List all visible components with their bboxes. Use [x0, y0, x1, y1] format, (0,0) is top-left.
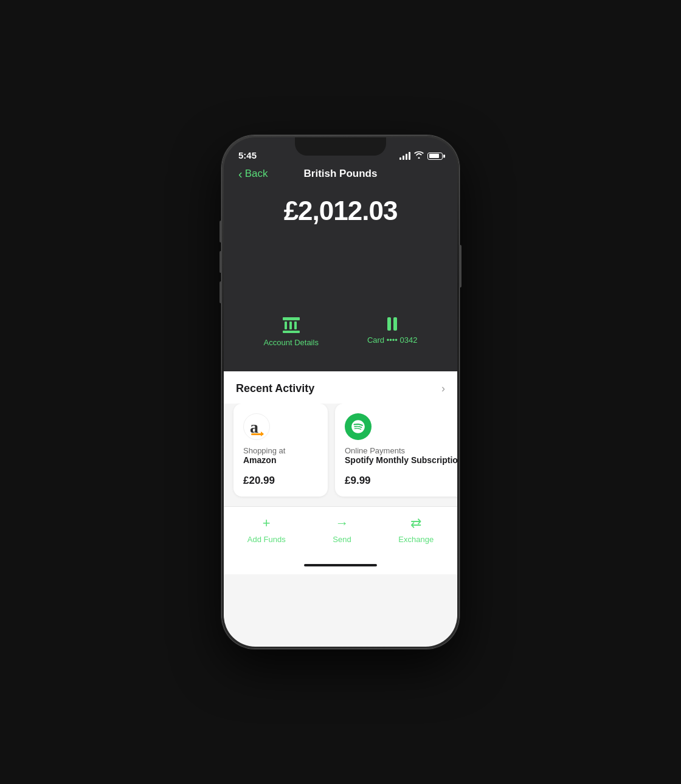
transaction-card-amazon[interactable]: a Shopping at Amazon £20.99 [233, 404, 328, 497]
battery-icon [427, 153, 443, 160]
transaction-details: Shopping at Amazon [243, 446, 318, 465]
card-visual-area [238, 226, 443, 311]
back-chevron-icon: ‹ [238, 168, 243, 180]
send-button[interactable]: → Send [333, 515, 351, 544]
home-bar [304, 564, 377, 566]
spotify-logo [345, 413, 372, 440]
battery-fill [429, 154, 439, 158]
status-icons [399, 151, 443, 160]
card-button[interactable]: Card •••• 0342 [367, 317, 418, 347]
notch [295, 137, 386, 156]
white-section: Recent Activity › a Shopping at Amazon [224, 371, 457, 647]
signal-icon [399, 152, 410, 160]
account-details-button[interactable]: Account Details [264, 317, 319, 347]
status-time: 5:45 [238, 150, 257, 160]
home-indicator [224, 556, 457, 574]
bottom-actions-bar: + Add Funds → Send ⇄ Exchange [224, 506, 457, 556]
transaction-amount: £20.99 [243, 475, 318, 487]
recent-activity-title: Recent Activity [236, 382, 314, 395]
transaction-details: Online Payments Spotify Monthly Subscrip… [345, 446, 457, 465]
account-details-label: Account Details [264, 338, 319, 347]
phone-screen: 5:45 [224, 137, 457, 647]
wifi-icon [414, 151, 424, 160]
nav-bar: ‹ Back British Pounds [238, 164, 443, 190]
send-label: Send [333, 535, 351, 544]
add-funds-icon: + [263, 515, 271, 531]
balance-display: £2,012.03 [238, 196, 443, 226]
exchange-button[interactable]: ⇄ Exchange [398, 515, 434, 544]
action-icons-row: Account Details Card •••• 0342 [238, 317, 443, 353]
card-icon [387, 317, 397, 331]
phone-frame: 5:45 [222, 136, 459, 648]
back-label: Back [245, 168, 268, 180]
back-button[interactable]: ‹ Back [238, 168, 268, 180]
exchange-label: Exchange [398, 535, 434, 544]
page-title: British Pounds [304, 168, 378, 180]
transaction-category: Shopping at [243, 446, 318, 455]
transactions-scroll: a Shopping at Amazon £20.99 [224, 404, 457, 506]
add-funds-label: Add Funds [247, 535, 286, 544]
recent-activity-header: Recent Activity › [224, 371, 457, 404]
recent-activity-chevron-icon[interactable]: › [441, 382, 445, 395]
add-funds-button[interactable]: + Add Funds [247, 515, 286, 544]
transaction-amount: £9.99 [345, 475, 457, 487]
dark-section: ‹ Back British Pounds £2,012.03 [224, 164, 457, 371]
bank-icon [283, 317, 300, 333]
transaction-category: Online Payments [345, 446, 457, 455]
send-icon: → [336, 515, 349, 531]
transaction-card-spotify[interactable]: Online Payments Spotify Monthly Subscrip… [335, 404, 457, 497]
exchange-icon: ⇄ [410, 515, 421, 531]
transaction-name: Amazon [243, 455, 318, 465]
card-label: Card •••• 0342 [367, 335, 418, 345]
amazon-logo: a [243, 413, 270, 440]
transaction-name: Spotify Monthly Subscription [345, 455, 457, 465]
